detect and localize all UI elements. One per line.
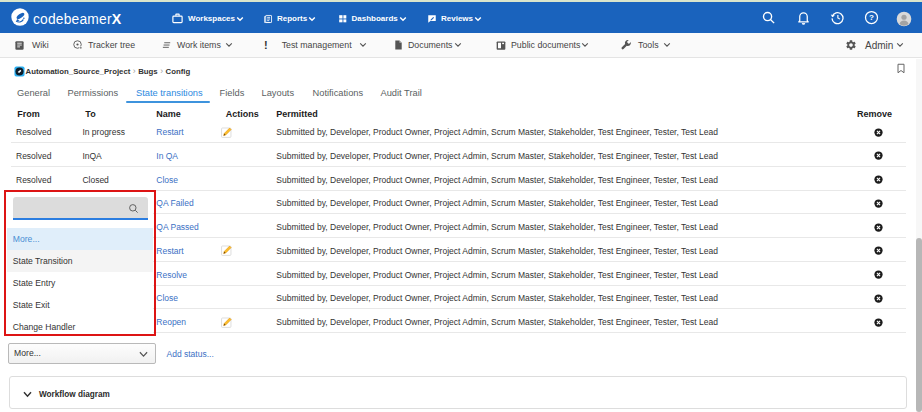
svg-text:?: ? xyxy=(869,13,874,22)
